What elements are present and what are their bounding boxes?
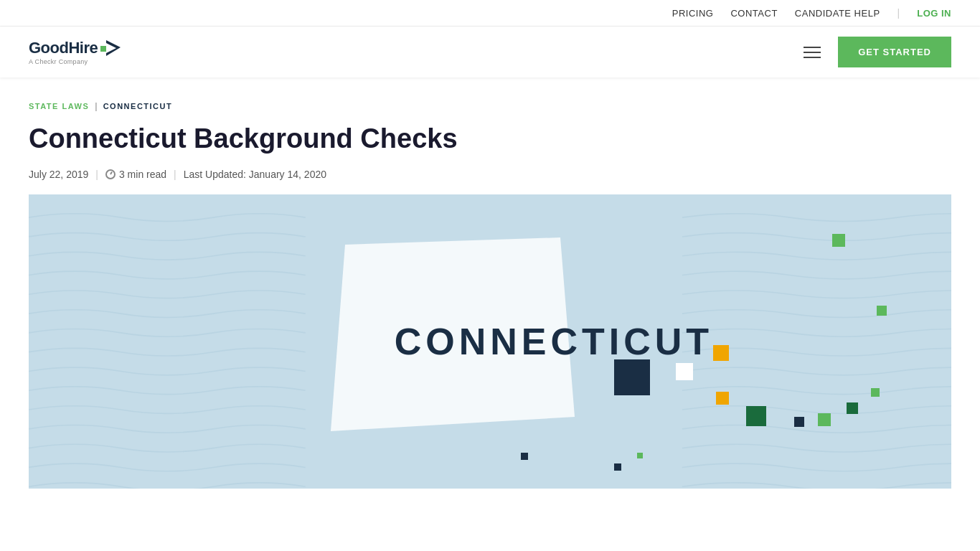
- logo-name: GoodHire: [29, 39, 98, 57]
- candidate-help-link[interactable]: CANDIDATE HELP: [795, 8, 880, 19]
- hamburger-line-2: [804, 52, 821, 53]
- breadcrumb-state-laws[interactable]: STATE LAWS: [29, 102, 89, 110]
- article-meta: July 22, 2019 | 3 min read | Last Update…: [29, 169, 951, 180]
- logo-subtitle: A Checkr Company: [29, 58, 121, 65]
- pricing-link[interactable]: PRICING: [672, 8, 714, 19]
- logo: GoodHire: [29, 39, 121, 57]
- clock-hand: [110, 171, 113, 174]
- hero-image: .wave { fill:none; stroke:#a0c4d8; strok…: [29, 194, 951, 489]
- logo-area: GoodHire A Checkr Company: [29, 39, 121, 65]
- article-last-updated: Last Updated: January 14, 2020: [184, 169, 326, 180]
- login-link[interactable]: LOG IN: [917, 8, 951, 19]
- read-time-label: 3 min read: [119, 169, 166, 180]
- clock-icon: [105, 169, 116, 179]
- logo-icon: [100, 40, 121, 56]
- get-started-button[interactable]: GET STARTED: [838, 37, 951, 67]
- svg-rect-0: [100, 46, 106, 52]
- top-navigation: PRICING CONTACT CANDIDATE HELP | LOG IN: [0, 0, 980, 27]
- breadcrumb-current: CONNECTICUT: [103, 102, 173, 110]
- meta-separator-1: |: [95, 169, 98, 180]
- nav-divider: |: [897, 7, 900, 19]
- article-read-time: 3 min read: [105, 169, 166, 180]
- breadcrumb: STATE LAWS | CONNECTICUT: [0, 77, 980, 120]
- article-date: July 22, 2019: [29, 169, 88, 180]
- meta-separator-2: |: [174, 169, 176, 180]
- hamburger-line-1: [804, 47, 821, 48]
- article-title: Connecticut Background Checks: [29, 123, 951, 156]
- main-navigation: GoodHire A Checkr Company GET STARTED: [0, 27, 980, 77]
- breadcrumb-separator: |: [95, 100, 97, 111]
- hamburger-menu-button[interactable]: [801, 44, 824, 61]
- hamburger-line-3: [804, 57, 821, 58]
- contact-link[interactable]: CONTACT: [730, 8, 777, 19]
- state-hero-label: CONNECTICUT: [395, 320, 713, 363]
- hero-canvas: .wave { fill:none; stroke:#a0c4d8; strok…: [29, 194, 951, 489]
- article-header: Connecticut Background Checks July 22, 2…: [0, 120, 980, 194]
- nav-right: GET STARTED: [801, 37, 951, 67]
